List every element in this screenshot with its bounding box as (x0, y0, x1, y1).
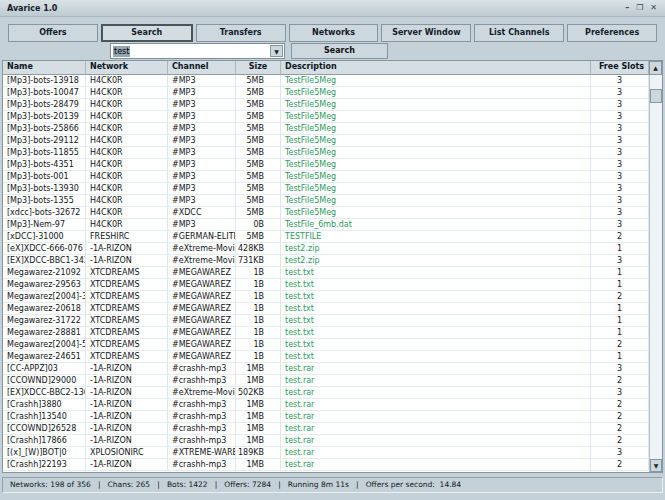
cell-description: test.txt (281, 279, 591, 291)
maximize-icon[interactable]: ❒ (636, 3, 643, 13)
tab-server-window[interactable]: Server Window (381, 24, 471, 42)
table-row[interactable]: [Mp3]-bots-1355H4CK0R#MP35MBTestFile5Meg… (3, 195, 662, 207)
table-row[interactable]: [(x]_[W)]BOT|0XPLOSIONIRC#XTREME-WAREZ18… (3, 447, 662, 459)
chevron-down-icon[interactable]: ▼ (270, 45, 283, 57)
cell-description: test.rar (281, 435, 591, 447)
cell-network: H4CK0R (86, 147, 168, 159)
cell-free-slots: 3 (591, 111, 649, 123)
column-header-network[interactable]: Network (86, 61, 168, 75)
cell-channel: #MP3 (168, 99, 236, 111)
tab-list-channels[interactable]: List Channels (474, 24, 564, 42)
cell-description: TestFile5Meg (281, 207, 591, 219)
cell-name: [Mp3]-bots-1355 (3, 195, 86, 207)
cell-name: [Mp3]-bots-11855 (3, 147, 86, 159)
cell-free-slots: 1 (591, 303, 649, 315)
cell-channel: #MP3 (168, 111, 236, 123)
cell-channel: #MEGAWAREZ (168, 267, 236, 279)
cell-description: TestFile5Meg (281, 111, 591, 123)
tab-networks[interactable]: Networks (289, 24, 379, 42)
table-row[interactable]: [Mp3]-bots-13930H4CK0R#MP35MBTestFile5Me… (3, 183, 662, 195)
table-row[interactable]: [CCOWND]26528-1A-RIZON#crashh-mp31MBtest… (3, 423, 662, 435)
table-row[interactable]: [Mp3]-bots-10047H4CK0R#MP35MBTestFile5Me… (3, 87, 662, 99)
cell-free-slots: 3 (591, 447, 649, 459)
table-row[interactable]: [CC-APPZ]03-1A-RIZON#crashh-mp31MBtest.r… (3, 363, 662, 375)
scrollbar-thumb[interactable] (650, 89, 662, 103)
cell-size: 1B (236, 351, 281, 363)
search-combobox[interactable]: test ▼ (110, 43, 285, 59)
cell-size: 5MB (236, 87, 281, 99)
cell-description: test2.zip (281, 243, 591, 255)
cell-network: -1A-RIZON (86, 243, 168, 255)
table-row[interactable]: Megawarez[2004]-398XTCDREAMS#MEGAWAREZ1B… (3, 291, 662, 303)
cell-free-slots: 1 (591, 351, 649, 363)
table-row[interactable]: Megawarez-28881XTCDREAMS#MEGAWAREZ1Btest… (3, 327, 662, 339)
table-row[interactable]: Megawarez-21092XTCDREAMS#MEGAWAREZ1Btest… (3, 267, 662, 279)
cell-size: 5MB (236, 207, 281, 219)
tab-transfers[interactable]: Transfers (196, 24, 286, 42)
table-row[interactable]: [Mp3]-Nem-97H4CK0R#MP30BTestFile_6mb.dat… (3, 219, 662, 231)
table-row[interactable]: Megawarez-31722XTCDREAMS#MEGAWAREZ1Btest… (3, 315, 662, 327)
cell-description: test2.zip (281, 255, 591, 267)
table-row[interactable]: [Mp3]-bots-11855H4CK0R#MP35MBTestFile5Me… (3, 147, 662, 159)
search-button[interactable]: Search (291, 43, 388, 59)
cell-free-slots: 2 (591, 459, 649, 471)
table-row[interactable]: [Mp3]-bots-29112H4CK0R#MP35MBTestFile5Me… (3, 135, 662, 147)
tab-search[interactable]: Search (101, 24, 193, 42)
cell-size: 1B (236, 267, 281, 279)
table-row[interactable]: Megawarez-24651XTCDREAMS#MEGAWAREZ1Btest… (3, 351, 662, 363)
table-row[interactable]: [eX]XDCC-666-076-1A-RIZON#eXtreme-Moviez… (3, 243, 662, 255)
cell-network: H4CK0R (86, 99, 168, 111)
table-row[interactable]: [Crashh]17866-1A-RIZON#crashh-mp31MBtest… (3, 435, 662, 447)
table-row[interactable]: [Crashh]13540-1A-RIZON#crashh-mp31MBtest… (3, 411, 662, 423)
minimize-icon[interactable]: – (625, 3, 629, 13)
cell-channel: #MEGAWAREZ (168, 291, 236, 303)
vertical-scrollbar[interactable]: ▼ (649, 75, 662, 472)
table-row[interactable]: [Mp3]-bots-4351H4CK0R#MP35MBTestFile5Meg… (3, 159, 662, 171)
tab-offers[interactable]: Offers (8, 24, 98, 42)
table-row[interactable]: [Mp3]-bots-25866H4CK0R#MP35MBTestFile5Me… (3, 123, 662, 135)
cell-free-slots: 3 (591, 135, 649, 147)
tab-preferences[interactable]: Preferences (567, 24, 657, 42)
table-row[interactable]: Megawarez[2004]-552XTCDREAMS#MEGAWAREZ1B… (3, 339, 662, 351)
cell-channel: #MP3 (168, 87, 236, 99)
table-row[interactable]: [EX]XDCC-BBC2-136-1A-RIZON#eXtreme-Movie… (3, 387, 662, 399)
cell-channel: #eXtreme-Moviez (168, 255, 236, 267)
cell-free-slots: 3 (591, 363, 649, 375)
table-row[interactable]: [Crashh]3880-1A-RIZON#crashh-mp31MBtest.… (3, 399, 662, 411)
table-row[interactable]: [CCOWND]29000-1A-RIZON#crashh-mp31MBtest… (3, 375, 662, 387)
cell-network: -1A-RIZON (86, 387, 168, 399)
cell-size: 1B (236, 339, 281, 351)
table-row[interactable]: [Mp3]-bots-28479H4CK0R#MP35MBTestFile5Me… (3, 99, 662, 111)
cell-description: test.rar (281, 399, 591, 411)
column-header-name[interactable]: Name (3, 61, 86, 75)
cell-size: 502KB (236, 387, 281, 399)
table-row[interactable]: [Mp3]-bots-20139H4CK0R#MP35MBTestFile5Me… (3, 111, 662, 123)
table-row[interactable]: [Mp3]-bots-001H4CK0R#MP35MBTestFile5Meg3 (3, 171, 662, 183)
cell-description: test.rar (281, 387, 591, 399)
table-row[interactable]: Megawarez-20618XTCDREAMS#MEGAWAREZ1Btest… (3, 303, 662, 315)
cell-network: XTCDREAMS (86, 327, 168, 339)
table-row[interactable]: [Crashh]22193-1A-RIZON#crashh-mp31MBtest… (3, 459, 662, 471)
scroll-down-icon[interactable]: ▼ (650, 459, 662, 472)
table-row[interactable]: [Mp3]-bots-13918H4CK0R#MP35MBTestFile5Me… (3, 75, 662, 87)
cell-name: [Crashh]3880 (3, 399, 86, 411)
cell-description: test.txt (281, 351, 591, 363)
close-icon[interactable]: ✕ (650, 3, 657, 13)
column-header-free-slots[interactable]: Free Slots (591, 61, 649, 75)
cell-name: [Mp3]-bots-28479 (3, 99, 86, 111)
column-header-size[interactable]: Size (236, 61, 281, 75)
table-row[interactable]: [xdcc]-bots-32672H4CK0R#XDCC5MBTestFile5… (3, 207, 662, 219)
table-row[interactable]: Megawarez-29563XTCDREAMS#MEGAWAREZ1Btest… (3, 279, 662, 291)
column-header-channel[interactable]: Channel (168, 61, 236, 75)
cell-free-slots: 3 (591, 183, 649, 195)
column-header-description[interactable]: Description (281, 61, 591, 75)
table-row[interactable]: [EX]XDCC-BBC1-3436-1A-RIZON#eXtreme-Movi… (3, 255, 662, 267)
cell-description: test.rar (281, 363, 591, 375)
table-row[interactable]: [xDCC]-31000FRESHIRC#GERMAN-ELITE-X5MBTE… (3, 231, 662, 243)
cell-free-slots: 3 (591, 123, 649, 135)
cell-description: TestFile_6mb.dat (281, 219, 591, 231)
scroll-up-icon[interactable]: ▲ (649, 61, 662, 75)
cell-size: 5MB (236, 111, 281, 123)
cell-network: XTCDREAMS (86, 279, 168, 291)
cell-free-slots: 3 (591, 255, 649, 267)
